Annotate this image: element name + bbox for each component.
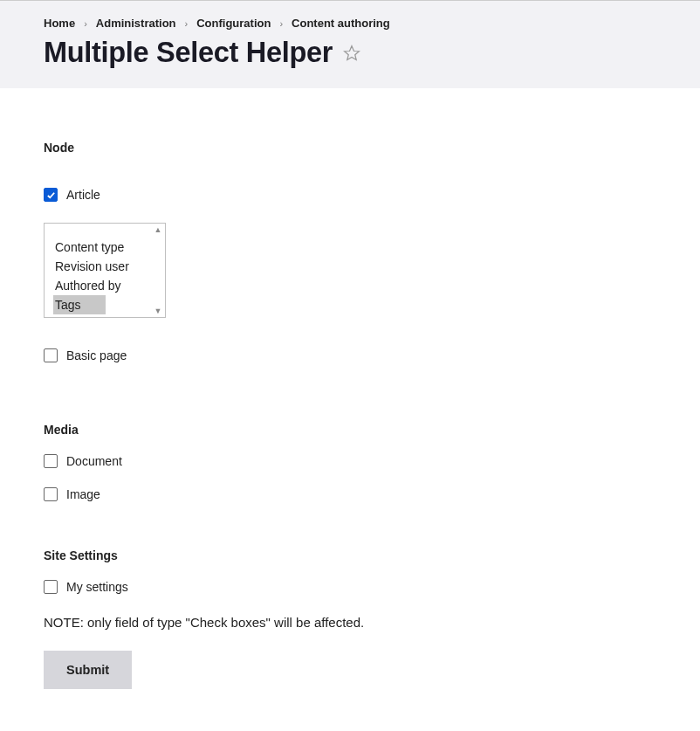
breadcrumb-content-authoring[interactable]: Content authoring [292, 17, 390, 30]
list-option-revision-user[interactable]: Revision user [53, 257, 149, 276]
section-heading-site-settings: Site Settings [44, 548, 656, 562]
breadcrumb-administration[interactable]: Administration [96, 17, 176, 30]
checkbox-label-basic-page[interactable]: Basic page [66, 348, 127, 362]
checkbox-row-article: Article [44, 188, 656, 202]
breadcrumb-home[interactable]: Home [44, 17, 75, 30]
checkbox-image[interactable] [44, 487, 58, 501]
scroll-up-icon[interactable]: ▲ [154, 225, 162, 234]
checkbox-article[interactable] [44, 188, 58, 202]
breadcrumb: Home › Administration › Configuration › … [44, 17, 656, 30]
header-bar: Home › Administration › Configuration › … [0, 0, 700, 88]
list-option-authored-by[interactable]: Authored by [53, 276, 149, 295]
checkbox-basic-page[interactable] [44, 348, 58, 362]
checkbox-label-document[interactable]: Document [66, 454, 122, 468]
checkbox-document[interactable] [44, 454, 58, 468]
checkbox-row-my-settings: My settings [44, 580, 656, 594]
checkbox-row-basic-page: Basic page [44, 348, 656, 362]
chevron-right-icon: › [185, 18, 189, 29]
section-heading-media: Media [44, 423, 656, 437]
checkbox-label-article[interactable]: Article [66, 188, 100, 202]
chevron-right-icon: › [84, 18, 87, 29]
article-fields-listbox[interactable]: ▲ Content type Revision user Authored by… [44, 223, 166, 318]
chevron-right-icon: › [279, 18, 283, 29]
page-title-row: Multiple Select Helper [44, 37, 656, 69]
checkbox-my-settings[interactable] [44, 580, 58, 594]
svg-marker-0 [345, 45, 360, 59]
checkbox-row-document: Document [44, 454, 656, 468]
scroll-down-icon[interactable]: ▼ [154, 307, 162, 315]
checkbox-label-my-settings[interactable]: My settings [66, 580, 128, 594]
star-icon[interactable] [343, 45, 360, 62]
section-heading-node: Node [44, 141, 656, 155]
listbox-inner: Content type Revision user Authored by T… [53, 238, 149, 317]
note-text: NOTE: only field of type "Check boxes" w… [44, 615, 656, 630]
list-option-content-type[interactable]: Content type [53, 238, 149, 257]
list-option-tags[interactable]: Tags [53, 295, 106, 314]
checkbox-row-image: Image [44, 487, 656, 501]
submit-button[interactable]: Submit [44, 651, 132, 689]
breadcrumb-configuration[interactable]: Configuration [196, 17, 271, 30]
checkbox-label-image[interactable]: Image [66, 487, 100, 501]
page-title: Multiple Select Helper [44, 37, 333, 69]
form-content: Node Article ▲ Content type Revision use… [0, 88, 700, 724]
checkmark-icon [46, 190, 56, 200]
